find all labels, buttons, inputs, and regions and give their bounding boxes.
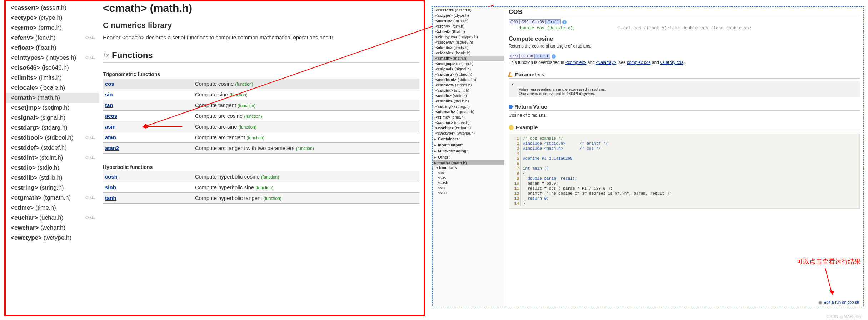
fn-link-atan2[interactable]: atan2 (105, 145, 119, 151)
sidebar-item-cstdint[interactable]: <cstdint> (stdint.h)C++11 (6, 153, 99, 163)
fn-link-cosh[interactable]: cosh (105, 174, 118, 180)
sidebar-item-cstdbool[interactable]: <cstdbool> (stdbool.h)C++11 (6, 133, 99, 143)
r-sidebar-item-cstdbool[interactable]: <cstdbool> (stdbool.h) (433, 77, 504, 82)
fn-kind: (function) (255, 185, 273, 190)
info-icon[interactable]: i (552, 54, 556, 59)
valarray-link[interactable]: <valarray> (596, 60, 616, 65)
fn-kind: (function) (261, 175, 279, 180)
info-icon[interactable]: i (562, 20, 567, 24)
r-sidebar-item-cerrno[interactable]: <cerrno> (errno.h) (433, 18, 504, 24)
valarray-cos-link[interactable]: valarray cos (660, 60, 683, 65)
r-sidebar-item-cstdio[interactable]: <cstdio> (stdio.h) (433, 93, 504, 99)
fn-link-sinh[interactable]: sinh (105, 184, 116, 190)
hyp-table: coshCompute hyperbolic cosine (function)… (103, 171, 419, 204)
r-sidebar-item-ctgmath[interactable]: <ctgmath> (tgmath.h) (433, 109, 504, 115)
sidebar-sub-label[interactable]: functions (439, 165, 457, 170)
table-row: sinCompute sine (function) (103, 89, 419, 100)
r-sidebar-item-cstdlib[interactable]: <cstdlib> (stdlib.h) (433, 99, 504, 104)
std-tab-C++98[interactable]: C++98 (530, 19, 545, 24)
sidebar-item-cfloat[interactable]: <cfloat> (float.h) (6, 43, 99, 53)
category-row[interactable]: ▸ Input/Output: (434, 142, 504, 148)
r-sidebar-item-cuchar[interactable]: <cuchar> (uchar.h) (433, 120, 504, 125)
std-tab-C99[interactable]: C99 (509, 54, 519, 59)
sidebar-item-cstring[interactable]: <cstring> (string.h) (6, 183, 99, 193)
fn-link-sin[interactable]: sin (105, 91, 113, 98)
gear-icon (818, 301, 822, 305)
sidebar-item-cassert[interactable]: <cassert> (assert.h) (6, 3, 99, 13)
sub-fn-acos[interactable]: acos (438, 175, 504, 180)
r-sidebar-item-cwctype[interactable]: <cwctype> (wctype.h) (433, 131, 504, 136)
r-sidebar-item-ciso646[interactable]: <ciso646> (iso646.h) (433, 40, 504, 45)
r-sidebar-item-cmath[interactable]: <cmath> (math.h) (433, 56, 504, 61)
r-sidebar-item-cstring[interactable]: <cstring> (string.h) (433, 104, 504, 109)
r-sidebar-item-ctime[interactable]: <ctime> (time.h) (433, 115, 504, 120)
sub-fn-abs[interactable]: abs (438, 170, 504, 175)
sidebar-item-cfenv[interactable]: <cfenv> (fenv.h)C++11 (6, 33, 99, 43)
sidebar-item-cstdarg[interactable]: <cstdarg> (stdarg.h) (6, 123, 99, 133)
compute-cosine-desc: Returns the cosine of an angle of x radi… (509, 44, 860, 49)
std-tab-C99[interactable]: C99 (519, 19, 530, 24)
hyp-section-label: Hyperbolic functions (103, 164, 419, 170)
r-sidebar-item-cinttypes[interactable]: <cinttypes> (inttypes.h) (433, 34, 504, 40)
compute-cosine-heading: Compute cosine (509, 36, 860, 42)
sub-fn-asinh[interactable]: asinh (438, 190, 504, 195)
std-tab-C++11[interactable]: C++11 (545, 19, 561, 24)
r-sidebar-item-csetjmp[interactable]: <csetjmp> (setjmp.h) (433, 61, 504, 66)
r-sidebar-item-cstdarg[interactable]: <cstdarg> (stdarg.h) (433, 72, 504, 77)
fn-link-atan[interactable]: atan (105, 134, 116, 140)
category-row[interactable]: ▸ Containers: (434, 136, 504, 142)
complex-link[interactable]: <complex> (565, 60, 587, 65)
std-tab-C++11[interactable]: C++11 (535, 54, 550, 59)
fn-desc: Compute arc cosine (195, 113, 244, 119)
sidebar-item-csetjmp[interactable]: <csetjmp> (setjmp.h) (6, 103, 99, 113)
r-sidebar-item-cwchar[interactable]: <cwchar> (wchar.h) (433, 125, 504, 131)
edit-run-link[interactable]: Edit & run on cpp.sh (818, 300, 859, 305)
fn-link-cos[interactable]: cos (105, 81, 114, 87)
r-sidebar-item-climits[interactable]: <climits> (limits.h) (433, 45, 504, 50)
category-row[interactable]: ▸ Multi-threading: (434, 148, 504, 154)
r-sidebar-item-csignal[interactable]: <csignal> (signal.h) (433, 66, 504, 72)
desc-post: declares a set of functions to compute c… (144, 34, 333, 40)
sidebar-item-cerrno[interactable]: <cerrno> (errno.h) (6, 23, 99, 33)
sidebar-item-cuchar[interactable]: <cuchar> (uchar.h)C++11 (6, 213, 99, 223)
fn-link-asin[interactable]: asin (105, 124, 116, 130)
sidebar-item-clocale[interactable]: <clocale> (locale.h) (6, 83, 99, 93)
std-tab-C90[interactable]: C90 (509, 19, 519, 24)
fn-desc: Compute sine (195, 91, 230, 98)
r-sidebar-item-cstdint[interactable]: <cstdint> (stdint.h) (433, 88, 504, 93)
category-row[interactable]: ▸ Other: (434, 154, 504, 160)
annotation-arrow-cos (143, 126, 182, 127)
sub-fn-asin[interactable]: asin (438, 185, 504, 190)
fn-link-tan[interactable]: tan (105, 102, 113, 108)
sidebar-item-cstdio[interactable]: <cstdio> (stdio.h) (6, 163, 99, 173)
table-row: tanCompute tangent (function) (103, 100, 419, 111)
parameter-block: x Value representing an angle expressed … (509, 81, 860, 97)
sidebar-item-cctype[interactable]: <cctype> (ctype.h) (6, 13, 99, 23)
sidebar-item-cwctype[interactable]: <cwctype> (wctype.h) (6, 233, 99, 243)
sidebar-item-csignal[interactable]: <csignal> (signal.h) (6, 113, 99, 123)
r-sidebar-item-clocale[interactable]: <clocale> (locale.h) (433, 50, 504, 56)
sidebar-item-ciso646[interactable]: <ciso646> (iso646.h) (6, 63, 99, 73)
sidebar-item-cstdlib[interactable]: <cstdlib> (stdlib.h) (6, 173, 99, 183)
r-sidebar-item-cctype[interactable]: <cctype> (ctype.h) (433, 13, 504, 18)
sidebar-item-cwchar[interactable]: <cwchar> (wchar.h) (6, 223, 99, 233)
r-sidebar-item-cfloat[interactable]: <cfloat> (float.h) (433, 29, 504, 34)
r-sidebar-item-cfenv[interactable]: <cfenv> (fenv.h) (433, 24, 504, 29)
desc-pre: Header (103, 34, 122, 40)
sub-fn-acosh[interactable]: acosh (438, 180, 504, 185)
sidebar-item-cinttypes[interactable]: <cinttypes> (inttypes.h)C++11 (6, 53, 99, 63)
sidebar-item-ctgmath[interactable]: <ctgmath> (tgmath.h)C++11 (6, 193, 99, 203)
chevron-down-icon[interactable]: ▾ (436, 165, 438, 170)
sidebar-item-cmath[interactable]: <cmath> (math.h) (6, 93, 99, 103)
r-sidebar-item-cassert[interactable]: <cassert> (assert.h) (433, 8, 504, 13)
complex-cos-link[interactable]: complex cos (627, 60, 651, 65)
sidebar-subsel-cmath[interactable]: <cmath> (math.h) (433, 160, 504, 165)
fn-link-tanh[interactable]: tanh (105, 195, 116, 201)
sidebar-item-ctime[interactable]: <ctime> (time.h) (6, 203, 99, 213)
fn-link-acos[interactable]: acos (105, 113, 117, 119)
sidebar-item-cstddef[interactable]: <cstddef> (stddef.h) (6, 143, 99, 153)
std-tab-C++98[interactable]: C++98 (519, 54, 535, 59)
sidebar-item-climits[interactable]: <climits> (limits.h) (6, 73, 99, 83)
fn-kind: (function) (246, 135, 264, 140)
r-sidebar-item-cstddef[interactable]: <cstddef> (stddef.h) (433, 82, 504, 88)
